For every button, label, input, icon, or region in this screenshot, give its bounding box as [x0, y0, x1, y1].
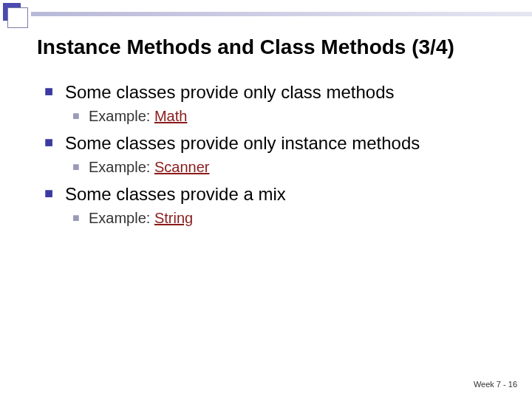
sub-bullet-item: ■ Example: Math: [72, 108, 502, 125]
bullet-text: Some classes provide only instance metho…: [65, 132, 502, 154]
example-prefix: Example:: [89, 159, 154, 175]
slide-footer: Week 7 - 16: [474, 380, 517, 389]
slide-content: ■ Some classes provide only class method…: [44, 81, 502, 234]
bullet-item: ■ Some classes provide only instance met…: [44, 132, 502, 154]
square-bullet-icon: ■: [44, 185, 53, 202]
sub-bullet-item: ■ Example: String: [72, 210, 502, 227]
slide-title: Instance Methods and Class Methods (3/4): [37, 35, 517, 59]
sub-bullet-text: Example: String: [89, 210, 502, 227]
bullet-item: ■ Some classes provide a mix: [44, 183, 502, 205]
bullet-text: Some classes provide only class methods: [65, 81, 502, 103]
square-bullet-icon: ■: [72, 109, 80, 123]
square-bullet-icon: ■: [72, 160, 80, 174]
bullet-item: ■ Some classes provide only class method…: [44, 81, 502, 103]
sub-bullet-text: Example: Math: [89, 108, 502, 125]
sub-bullet-item: ■ Example: Scanner: [72, 159, 502, 176]
header-bar: [31, 12, 532, 16]
corner-box-outline: [7, 7, 28, 28]
example-link[interactable]: String: [154, 210, 193, 226]
square-bullet-icon: ■: [44, 83, 53, 100]
example-link[interactable]: Math: [154, 108, 187, 124]
bullet-text: Some classes provide a mix: [65, 183, 502, 205]
example-link[interactable]: Scanner: [154, 159, 210, 175]
sub-bullet-text: Example: Scanner: [89, 159, 502, 176]
example-prefix: Example:: [89, 108, 154, 124]
example-prefix: Example:: [89, 210, 154, 226]
square-bullet-icon: ■: [72, 211, 80, 225]
square-bullet-icon: ■: [44, 134, 53, 151]
